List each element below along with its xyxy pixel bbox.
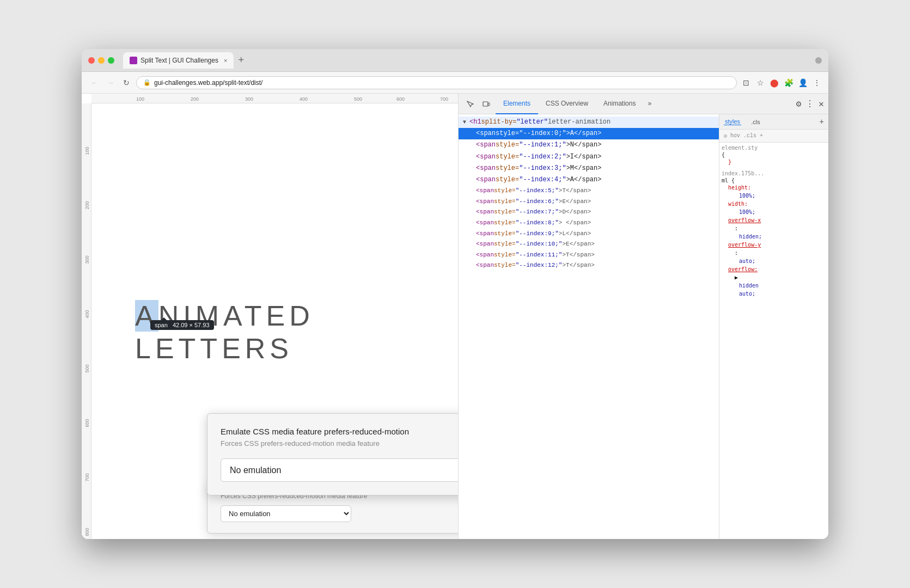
browser-window: Split Text | GUI Challenges × + ← → ↻ 🔒 … — [82, 49, 828, 539]
emulate-popup: ✕ Emulate CSS media feature prefers-redu… — [207, 413, 458, 495]
add-style-icon[interactable]: + — [820, 118, 824, 126]
address-bar[interactable]: 🔒 gui-challenges.web.app/split-text/dist… — [136, 76, 737, 89]
tab-elements[interactable]: Elements — [496, 94, 538, 114]
animated-letters: ANIMATED LETTERS — [135, 299, 458, 365]
close-traffic-light[interactable] — [88, 57, 95, 64]
styles-filter-bar: ⊘ hov .cls + — [719, 130, 828, 143]
window-control-right — [815, 57, 822, 64]
nav-bar: ← → ↻ 🔒 gui-challenges.web.app/split-tex… — [82, 72, 828, 94]
triangle-icon — [463, 118, 469, 127]
ruler-mark: 100 — [136, 96, 144, 102]
tooltip-dimensions: 42.09 × 57.93 — [173, 322, 210, 328]
styles-toolbar: styles .cls + — [719, 114, 828, 130]
prop-overflow: overflow: ▶ hidden auto; — [722, 265, 826, 298]
cls-tab[interactable]: .cls — [750, 119, 761, 125]
profile-icon[interactable]: 👤 — [798, 78, 808, 88]
ruler-mark: 600 — [84, 419, 89, 427]
html-h1-line[interactable]: <h1 split-by="letter" letter-animation — [459, 117, 719, 128]
devtools-settings-icon[interactable]: ⚙ — [796, 99, 802, 109]
prop-height: height: 100%; — [722, 183, 826, 200]
ruler-mark: 500 — [84, 364, 89, 372]
menu-icon[interactable]: ⋮ — [812, 78, 822, 88]
svg-rect-0 — [483, 102, 488, 106]
emulate-select-behind[interactable]: No emulation — [221, 505, 351, 522]
html-span-0[interactable]: <span style="--index:0;">A</span> — [459, 128, 719, 139]
devtools-tabs: Elements CSS Overview Animations » — [496, 94, 794, 114]
html-span-4[interactable]: <span style="--index:4;">A</span> — [459, 174, 719, 186]
tab-favicon — [130, 57, 137, 64]
lock-icon: 🔒 — [143, 79, 151, 86]
elements-panel: <h1 split-by="letter" letter-animation <… — [459, 114, 719, 539]
html-span-1[interactable]: <span style="--index:1;">N</span> — [459, 139, 719, 151]
bookmark-icon[interactable]: ☆ — [755, 78, 765, 88]
forward-button[interactable]: → — [105, 77, 117, 88]
styles-rule: { } — [722, 152, 826, 166]
html-span-5[interactable]: <span style="--index:5;">T</span> — [459, 186, 719, 197]
tab-animations[interactable]: Animations — [596, 94, 643, 114]
emulate-title: Emulate CSS media feature prefers-reduce… — [221, 427, 458, 436]
ruler-mark: 700 — [440, 96, 448, 102]
ruler-mark: 400 — [300, 96, 308, 102]
html-span-11[interactable]: <span style="--index:11;">T</span> — [459, 250, 719, 261]
emulate-select[interactable]: No emulation prefers-reduced-motion: red… — [221, 458, 458, 482]
html-span-3[interactable]: <span style="--index:3;">M</span> — [459, 163, 719, 174]
ruler-vertical: 100 200 300 400 500 600 700 800 — [82, 103, 91, 539]
new-tab-button[interactable]: + — [236, 54, 246, 66]
maximize-traffic-light[interactable] — [108, 57, 114, 64]
html-span-8[interactable]: <span style="--index:8;"> </span> — [459, 218, 719, 229]
html-span-10[interactable]: <span style="--index:10;">E</span> — [459, 239, 719, 250]
tab-close-button[interactable]: × — [224, 57, 227, 64]
html-content[interactable]: <h1 split-by="letter" letter-animation <… — [459, 114, 719, 539]
filter-text: hov .cls + — [730, 133, 763, 139]
tab-title: Split Text | GUI Challenges — [141, 57, 218, 64]
tooltip-element-name: span — [155, 322, 168, 328]
webpage: 100 200 300 400 500 600 700 100 200 300 … — [82, 94, 458, 539]
element-tooltip: span 42.09 × 57.93 — [150, 320, 214, 330]
extensions-icon[interactable]: 🧩 — [784, 78, 793, 88]
styles-tab[interactable]: styles — [724, 118, 741, 125]
back-button[interactable]: ← — [88, 77, 100, 88]
devtools-toolbar: Elements CSS Overview Animations » ⚙ ⋮ ✕ — [459, 94, 828, 114]
styles-source: element.sty — [722, 145, 826, 151]
tab-bar: Split Text | GUI Challenges × + — [123, 52, 811, 69]
ruler-mark: 100 — [84, 146, 89, 155]
reload-button[interactable]: ↻ — [121, 77, 132, 88]
ruler-mark: 500 — [354, 96, 362, 102]
minimize-traffic-light[interactable] — [98, 57, 105, 64]
devtools-close-icon[interactable]: ✕ — [819, 99, 824, 109]
ruler-mark: 800 — [84, 528, 89, 536]
devtools-panel: Elements CSS Overview Animations » ⚙ ⋮ ✕ — [458, 94, 828, 539]
html-span-9[interactable]: <span style="--index:9;">L</span> — [459, 229, 719, 240]
devtools-more-icon[interactable]: ⋮ — [805, 99, 814, 109]
more-tabs-button[interactable]: » — [643, 100, 656, 108]
emulate-select-wrap: No emulation prefers-reduced-motion: red… — [221, 458, 458, 482]
filter-icon: ⊘ — [724, 133, 727, 139]
prop-width: width: 100%; — [722, 200, 826, 216]
styles-source-2: index.175b... — [722, 170, 826, 176]
tab-css-overview[interactable]: CSS Overview — [538, 94, 596, 114]
device-toggle-icon[interactable] — [479, 97, 493, 111]
ruler-mark: 600 — [396, 96, 405, 102]
html-span-12[interactable]: <span style="--index:12;">T</span> — [459, 260, 719, 271]
cast-icon[interactable]: ⊡ — [741, 78, 751, 88]
ruler-mark: 300 — [84, 255, 89, 264]
styles-content: element.sty { } index.175b... ml { heigh… — [719, 143, 828, 539]
html-span-6[interactable]: <span style="--index:6;">E</span> — [459, 197, 719, 207]
prop-overflow-x: overflow-x : hidden; — [722, 216, 826, 241]
devtools-main: <h1 split-by="letter" letter-animation <… — [459, 114, 828, 539]
address-text: gui-challenges.web.app/split-text/dist/ — [154, 79, 262, 87]
main-content: 100 200 300 400 500 600 700 100 200 300 … — [82, 94, 828, 539]
chrome-icon[interactable]: ⬤ — [769, 78, 779, 88]
ruler-mark: 200 — [84, 201, 89, 209]
prop-overflow-y: overflow-y : auto; — [722, 241, 826, 265]
ruler-mark: 200 — [191, 96, 199, 102]
title-bar: Split Text | GUI Challenges × + — [82, 49, 828, 72]
html-span-2[interactable]: <span style="--index:2;">I</span> — [459, 151, 719, 163]
ruler-horizontal: 100 200 300 400 500 600 700 — [91, 94, 458, 103]
nav-icons-right: ⊡ ☆ ⬤ 🧩 👤 ⋮ — [741, 78, 822, 88]
html-span-7[interactable]: <span style="--index:7;">D</span> — [459, 207, 719, 218]
element-picker-icon[interactable] — [463, 97, 477, 111]
browser-tab[interactable]: Split Text | GUI Challenges × — [123, 52, 234, 69]
traffic-lights — [88, 57, 114, 64]
svg-rect-1 — [488, 103, 490, 106]
